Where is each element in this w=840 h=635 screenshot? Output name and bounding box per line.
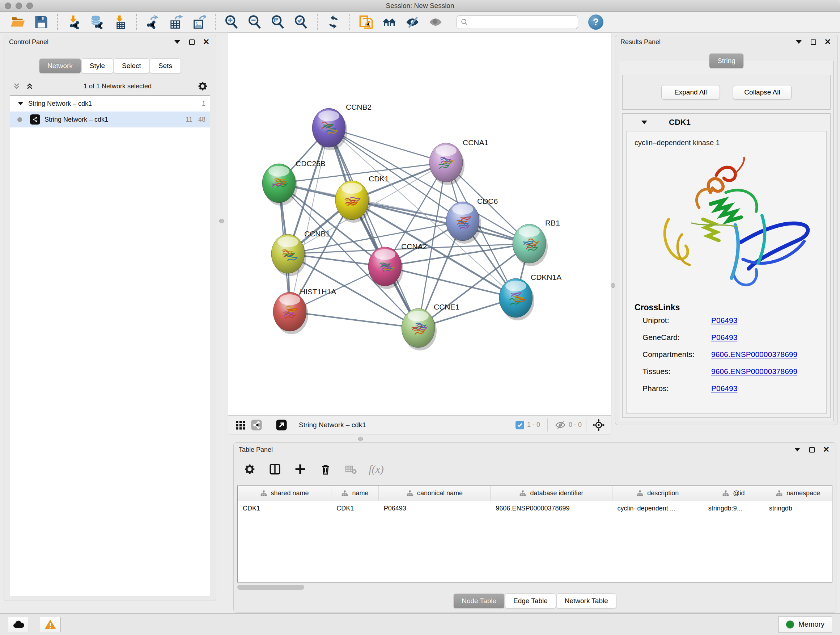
help-button[interactable]: ? — [588, 14, 603, 30]
network-collection-row[interactable]: String Network – cdk1 1 — [10, 96, 210, 111]
tab-edge-table[interactable]: Edge Table — [505, 593, 556, 608]
table-row[interactable]: CDK1CDK1P064939606.ENSP00000378699cyclin… — [238, 501, 832, 516]
panel-menu-button[interactable] — [172, 37, 182, 47]
column-header-namespace[interactable]: namespace — [764, 486, 832, 501]
network-edge[interactable] — [290, 128, 329, 312]
column-header-name[interactable]: name — [332, 486, 379, 501]
show-columns-button[interactable] — [268, 462, 282, 477]
import-network-button[interactable] — [65, 14, 83, 30]
close-panel-button[interactable]: ✕ — [823, 37, 832, 47]
tab-sets[interactable]: Sets — [150, 58, 181, 73]
crosslink-link[interactable]: P06493 — [711, 333, 737, 342]
network-edge[interactable] — [290, 312, 418, 328]
selected-checkbox[interactable] — [515, 421, 524, 429]
network-node-cdk1[interactable]: CDK1 — [335, 174, 389, 223]
table-cell[interactable]: stringdb:9... — [703, 501, 764, 516]
warnings-button[interactable] — [40, 617, 61, 632]
show-all-button[interactable] — [426, 14, 445, 30]
table-cell[interactable]: CDK1 — [238, 501, 332, 516]
zoom-out-button[interactable] — [245, 14, 264, 30]
table-cell[interactable]: stringdb — [764, 501, 832, 516]
open-session-button[interactable] — [9, 14, 27, 30]
search-input[interactable] — [469, 18, 574, 26]
float-panel-button[interactable] — [187, 37, 196, 47]
close-panel-button[interactable]: ✕ — [202, 37, 211, 47]
memory-button[interactable]: Memory — [778, 616, 832, 633]
network-canvas[interactable]: CCNB2CCNA1CDC25BCDK1CDC6RB1CCNB1CCNA2CDK… — [228, 33, 611, 416]
left-splitter-grip[interactable] — [219, 219, 224, 223]
table-toolbar: f(x) — [234, 458, 836, 480]
scrollbar-thumb[interactable] — [237, 585, 304, 590]
function-builder-button[interactable]: f(x) — [369, 462, 384, 477]
table-horizontal-scrollbar[interactable] — [237, 584, 832, 591]
tab-select[interactable]: Select — [114, 58, 149, 73]
import-table-button[interactable] — [111, 14, 129, 30]
toolbar-separator — [136, 14, 137, 30]
export-image-button[interactable] — [189, 14, 208, 30]
network-node-ccna1[interactable]: CCNA1 — [429, 138, 488, 185]
save-session-button[interactable] — [32, 14, 51, 30]
tab-string[interactable]: String — [709, 53, 744, 68]
first-neighbors-button[interactable] — [380, 14, 399, 30]
network-node-ccnb2[interactable]: CCNB2 — [312, 103, 371, 150]
tree-expand-icon[interactable] — [18, 102, 23, 105]
collapse-all-button[interactable]: Collapse All — [733, 85, 791, 100]
export-table-button[interactable] — [166, 14, 185, 30]
open-in-window-button[interactable] — [275, 418, 288, 432]
network-row[interactable]: String Network – cdk1 11 48 — [10, 111, 210, 127]
bottom-splitter-grip[interactable] — [358, 437, 363, 441]
gene-section-header[interactable]: CDK1 — [622, 114, 830, 131]
float-panel-button[interactable] — [808, 37, 818, 47]
panel-menu-button[interactable] — [793, 445, 802, 454]
refresh-button[interactable] — [324, 14, 343, 30]
table-cell[interactable]: 9606.ENSP00000378699 — [491, 501, 612, 516]
column-header-databaseidentifier[interactable]: database identifier — [491, 486, 612, 501]
column-header-id[interactable]: @id — [703, 486, 764, 501]
table-cell[interactable]: cyclin–dependent ... — [613, 501, 703, 516]
export-network-button[interactable] — [143, 14, 162, 30]
zoom-fit-button[interactable] — [268, 14, 287, 30]
network-node-hist1h1a[interactable]: HIST1H1A — [273, 287, 336, 334]
hidden-eye-icon — [555, 420, 566, 431]
tab-style[interactable]: Style — [81, 58, 113, 73]
delete-table-button[interactable] — [344, 462, 358, 477]
crosslink-link[interactable]: 9606.ENSP00000378699 — [711, 367, 797, 376]
clone-network-button[interactable] — [357, 14, 376, 30]
tab-network[interactable]: Network — [39, 58, 81, 73]
hide-selected-button[interactable] — [403, 14, 422, 30]
table-cell[interactable]: CDK1 — [332, 501, 379, 516]
network-node-cdkn1a[interactable]: CDKN1A — [499, 273, 561, 320]
crosslink-link[interactable]: P06493 — [711, 384, 737, 393]
global-search-field[interactable] — [456, 15, 578, 29]
crosslink-link[interactable]: 9606.ENSP00000378699 — [711, 350, 797, 359]
network-edge[interactable] — [385, 266, 516, 298]
expand-all-button[interactable]: Expand All — [661, 85, 720, 100]
float-panel-button[interactable] — [807, 445, 816, 454]
column-header-sharedname[interactable]: shared name — [238, 486, 332, 501]
expand-all-icon[interactable] — [25, 82, 34, 90]
close-panel-button[interactable]: ✕ — [821, 445, 831, 454]
zoom-selected-button[interactable] — [292, 14, 310, 30]
network-node-cdc6[interactable]: CDC6 — [446, 197, 498, 244]
grid-view-button[interactable] — [234, 418, 247, 432]
birds-eye-view-button[interactable] — [592, 418, 605, 432]
import-network-from-database-button[interactable] — [88, 14, 106, 30]
column-header-description[interactable]: description — [613, 486, 703, 501]
panel-menu-button[interactable] — [794, 37, 804, 47]
zoom-in-button[interactable] — [222, 14, 241, 30]
add-column-button[interactable] — [293, 462, 308, 477]
tab-network-table[interactable]: Network Table — [556, 593, 616, 608]
table-settings-button[interactable] — [242, 462, 257, 477]
gear-icon[interactable] — [197, 81, 208, 92]
delete-column-button[interactable] — [318, 462, 333, 477]
tab-node-table[interactable]: Node Table — [453, 593, 505, 608]
section-collapse-icon[interactable] — [641, 120, 647, 124]
crosslink-link[interactable]: P06493 — [711, 316, 737, 325]
network-node-rb1[interactable]: RB1 — [513, 219, 560, 266]
table-cell[interactable]: P06493 — [379, 501, 491, 516]
column-header-canonicalname[interactable]: canonical name — [379, 486, 491, 501]
collapse-all-icon[interactable] — [12, 82, 21, 90]
cloud-status-button[interactable] — [8, 617, 29, 632]
network-edge[interactable] — [329, 128, 418, 328]
network-share-button[interactable] — [250, 418, 263, 432]
